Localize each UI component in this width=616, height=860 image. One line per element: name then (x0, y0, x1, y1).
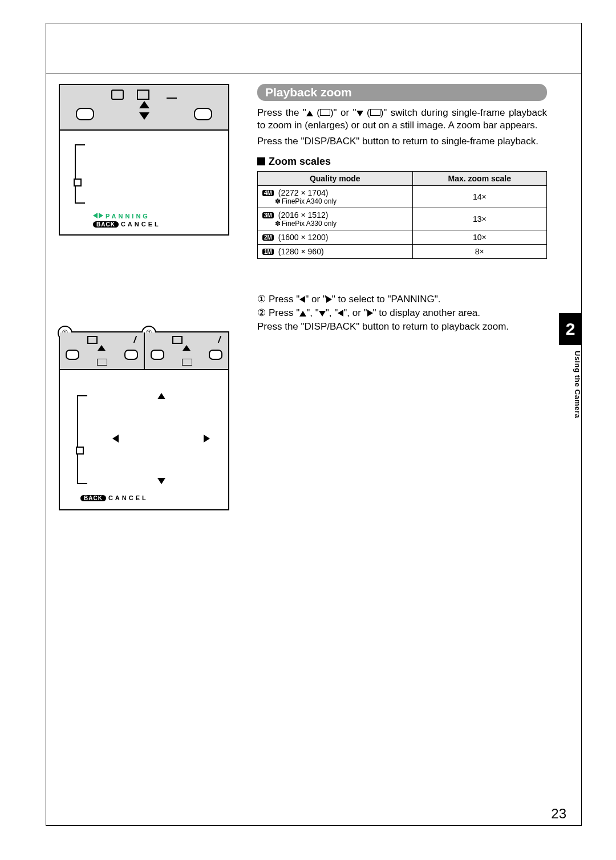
panning-label: PANNING (93, 213, 213, 220)
section-heading: Playback zoom (257, 84, 547, 101)
cell-scale: 10× (412, 230, 546, 245)
text-run: Press the " (257, 107, 306, 118)
text-run: ( (363, 107, 370, 118)
step-1: ① Press "" or "" to select to "PANNING". (257, 293, 547, 306)
step-text: Press "" or "" to select to "PANNING". (269, 293, 547, 306)
right-arrow-icon (367, 310, 373, 317)
model-note: ✽FinePix A340 only (275, 197, 408, 205)
step-num: ② (257, 307, 269, 319)
text-run: Press " (269, 294, 299, 305)
cell-quality: 2M (1600 × 1200) (258, 230, 413, 245)
paragraph-1: Press the " ()" or " ()" switch during s… (257, 107, 547, 132)
dual-control-panels (60, 332, 228, 370)
cell-quality: 4M (2272 × 1704)✽FinePix A340 only (258, 186, 413, 208)
lcd-screen: PANNING BACKCANCEL (75, 141, 213, 228)
step-list: ① Press "" or "" to select to "PANNING".… (257, 293, 547, 333)
model-note: ✽FinePix A330 only (275, 220, 408, 228)
down-arrow-icon (139, 112, 149, 120)
up-arrow-icon (98, 345, 106, 351)
zoom-scales-table: Quality mode Max. zoom scale 4M (2272 × … (257, 171, 547, 259)
cell-quality: 1M (1280 × 960) (258, 245, 413, 259)
right-button-outline (124, 350, 138, 360)
paragraph-2: Press the "DISP/BACK" button to return t… (257, 135, 547, 148)
text-run: ", or " (343, 307, 367, 318)
page-number: 23 (551, 806, 566, 822)
up-arrow-icon (139, 101, 149, 108)
zoom-indicator-icon (74, 179, 82, 186)
text-run: ( (313, 107, 320, 118)
down-arrow-icon (319, 311, 326, 317)
text-run: " to display another area. (373, 307, 480, 318)
up-arrow-icon (306, 111, 313, 116)
square-bullet-icon (257, 157, 265, 165)
chapter-tab: 2 Using the Camera (559, 313, 582, 461)
illustration-zoom: PANNING BACKCANCEL (59, 84, 229, 236)
flash-icon (213, 336, 221, 343)
wide-icon (97, 359, 107, 366)
down-arrow-icon (157, 478, 165, 484)
down-arrow-icon (356, 111, 363, 116)
chapter-number: 2 (559, 313, 582, 345)
tele-icon (320, 109, 330, 116)
panel-1 (60, 332, 145, 369)
step-after-text: Press the "DISP/BACK" button to return t… (257, 321, 547, 333)
left-arrow-icon (338, 310, 343, 317)
chapter-label: Using the Camera (559, 351, 582, 459)
back-pill: BACK (80, 495, 106, 501)
text-run: " to select to "PANNING". (332, 294, 441, 305)
table-row: 3M (2016 × 1512)✽FinePix A330 only13× (258, 208, 547, 230)
text-run: )" or " (330, 107, 356, 118)
left-right-arrows-icon (93, 213, 103, 220)
left-arrow-icon (299, 296, 305, 303)
right-button-outline (194, 108, 212, 120)
note-star-icon: ✽ (275, 197, 281, 205)
illustration-column: PANNING BACKCANCEL ① ② (59, 84, 233, 510)
note-star-icon: ✽ (275, 220, 281, 228)
text-column: Playback zoom Press the " ()" or " ()" s… (257, 84, 547, 335)
cancel-text: CANCEL (108, 494, 148, 501)
th-quality: Quality mode (258, 172, 413, 186)
left-button-outline (76, 108, 94, 120)
zoom-bar (75, 144, 85, 204)
mp-badge: 4M (262, 190, 274, 196)
mp-badge: 3M (262, 212, 274, 218)
wide-icon (370, 109, 380, 116)
panel-2 (145, 332, 229, 369)
panning-arrows (111, 392, 211, 485)
right-arrow-icon (326, 296, 332, 303)
manual-page: PANNING BACKCANCEL ① ② (0, 0, 616, 860)
sub-heading: Zoom scales (257, 156, 547, 168)
table-row: 2M (1600 × 1200)10× (258, 230, 547, 245)
sub-heading-text: Zoom scales (269, 156, 331, 167)
back-pill: BACK (93, 221, 119, 228)
text-run: ", " (306, 307, 319, 318)
flash-icon (167, 90, 177, 99)
zoom-indicator-icon (76, 447, 84, 455)
right-button-outline (209, 350, 222, 360)
illustration-panning: ① ② (59, 331, 229, 510)
flash-icon (128, 336, 136, 343)
tele-icon (87, 336, 98, 344)
step-2: ② Press "", "", "", or "" to display ano… (257, 307, 547, 319)
left-arrow-icon (112, 435, 119, 443)
cell-scale: 13× (412, 208, 546, 230)
text-run: ", " (326, 307, 338, 318)
table-row: 1M (1280 × 960)8× (258, 245, 547, 259)
up-arrow-icon (299, 311, 306, 317)
right-arrow-icon (204, 435, 210, 443)
step-num: ① (257, 293, 269, 306)
mp-badge: 2M (262, 234, 274, 241)
step-after: Press the "DISP/BACK" button to return t… (257, 321, 547, 333)
panning-text: PANNING (106, 213, 150, 220)
cancel-text: CANCEL (121, 221, 161, 228)
cancel-label: BACKCANCEL (80, 494, 148, 501)
mp-badge: 1M (262, 249, 274, 255)
page-frame: PANNING BACKCANCEL ① ② (46, 23, 582, 826)
step-text: Press "", "", "", or "" to display anoth… (269, 307, 547, 319)
screen-labels: PANNING BACKCANCEL (93, 213, 213, 228)
header-blank-zone (46, 23, 581, 74)
left-button-outline (66, 350, 79, 360)
cell-scale: 8× (412, 245, 546, 259)
page-content: PANNING BACKCANCEL ① ② (46, 74, 581, 825)
text-run: Press " (269, 307, 299, 318)
